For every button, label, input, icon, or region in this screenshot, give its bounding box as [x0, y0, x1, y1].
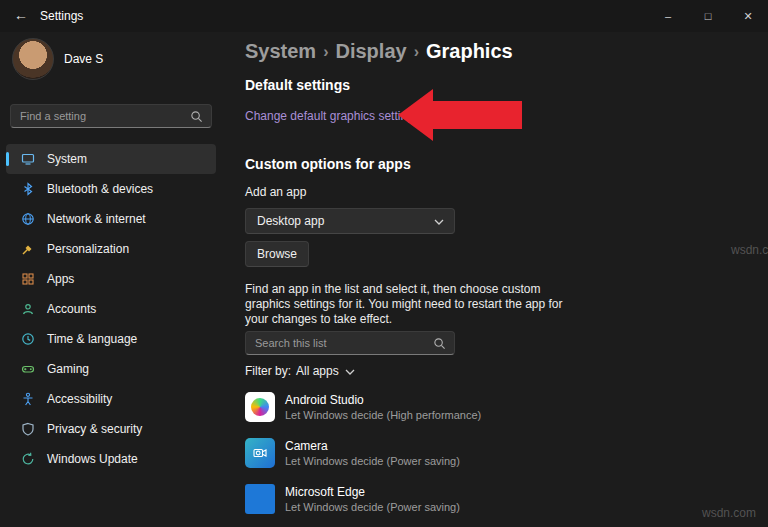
default-settings-heading: Default settings [245, 77, 350, 93]
sidebar-item-gaming[interactable]: Gaming [6, 354, 216, 384]
add-an-app-label: Add an app [245, 185, 306, 199]
minimize-button[interactable]: – [648, 0, 688, 32]
camera-icon [245, 438, 275, 468]
android-studio-icon [245, 392, 275, 422]
sidebar-item-label: Apps [47, 272, 74, 286]
sidebar: Dave S System Bluetooth & devices [0, 32, 232, 527]
sidebar-item-label: Accessibility [47, 392, 112, 406]
browse-button[interactable]: Browse [245, 241, 309, 267]
app-status: Let Windows decide (Power saving) [285, 455, 460, 467]
system-icon [20, 152, 35, 166]
sidebar-item-windows-update[interactable]: Windows Update [6, 444, 216, 474]
app-type-dropdown[interactable]: Desktop app [245, 208, 455, 234]
app-title: Settings [40, 9, 83, 23]
selection-pill [6, 152, 9, 166]
close-button[interactable]: ✕ [728, 0, 768, 32]
sidebar-item-label: Windows Update [47, 452, 138, 466]
window-controls: – □ ✕ [648, 0, 768, 32]
avatar[interactable] [12, 38, 54, 80]
app-row-camera[interactable]: Camera Let Windows decide (Power saving) [245, 438, 481, 468]
sidebar-item-apps[interactable]: Apps [6, 264, 216, 294]
breadcrumb-graphics: Graphics [426, 40, 513, 62]
sidebar-item-time-language[interactable]: Time & language [6, 324, 216, 354]
sidebar-item-accessibility[interactable]: Accessibility [6, 384, 216, 414]
breadcrumb-system[interactable]: System [245, 40, 316, 62]
app-row-microsoft-edge[interactable]: Microsoft Edge Let Windows decide (Power… [245, 484, 481, 514]
time-language-icon [20, 332, 35, 346]
privacy-icon [20, 422, 35, 436]
windows-update-icon [20, 452, 35, 466]
app-type-value: Desktop app [257, 214, 324, 228]
microsoft-edge-icon [245, 484, 275, 514]
filter-dropdown[interactable]: All apps [296, 364, 355, 378]
list-search-input[interactable] [246, 337, 433, 349]
network-icon [20, 212, 35, 226]
sidebar-item-label: Accounts [47, 302, 96, 316]
sidebar-item-system[interactable]: System [6, 144, 216, 174]
sidebar-item-privacy-security[interactable]: Privacy & security [6, 414, 216, 444]
sidebar-nav: System Bluetooth & devices Network & int… [6, 144, 216, 474]
app-name: Camera [285, 439, 460, 453]
app-name: Android Studio [285, 393, 481, 407]
sidebar-item-label: System [47, 152, 87, 166]
sidebar-item-personalization[interactable]: Personalization [6, 234, 216, 264]
filter-value: All apps [296, 364, 339, 378]
annotation-arrow [398, 89, 433, 141]
settings-window: ← Settings – □ ✕ Dave S System [0, 0, 768, 527]
search-icon [433, 337, 446, 350]
sidebar-item-label: Gaming [47, 362, 89, 376]
apps-icon [20, 272, 35, 286]
maximize-button[interactable]: □ [688, 0, 728, 32]
app-row-android-studio[interactable]: Android Studio Let Windows decide (High … [245, 392, 481, 422]
filter-by-label: Filter by: [245, 364, 291, 378]
breadcrumb: System›Display›Graphics [245, 40, 513, 63]
list-search[interactable] [245, 331, 455, 355]
app-list: Android Studio Let Windows decide (High … [245, 392, 481, 514]
sidebar-item-label: Personalization [47, 242, 129, 256]
accessibility-icon [20, 392, 35, 406]
accounts-icon [20, 302, 35, 316]
main-content: System›Display›Graphics Default settings… [245, 32, 768, 527]
sidebar-item-label: Time & language [47, 332, 137, 346]
chevron-down-icon [434, 214, 444, 228]
breadcrumb-separator: › [316, 43, 335, 60]
personalization-icon [20, 242, 35, 256]
custom-graphics-description: Find an app in the list and select it, t… [245, 282, 577, 327]
sidebar-item-label: Network & internet [47, 212, 146, 226]
search-icon [190, 110, 203, 123]
sidebar-item-label: Bluetooth & devices [47, 182, 153, 196]
bluetooth-icon [20, 182, 35, 196]
sidebar-item-bluetooth-devices[interactable]: Bluetooth & devices [6, 174, 216, 204]
app-name: Microsoft Edge [285, 485, 460, 499]
app-status: Let Windows decide (High performance) [285, 409, 481, 421]
user-name: Dave S [64, 52, 103, 66]
sidebar-item-label: Privacy & security [47, 422, 142, 436]
back-button[interactable]: ← [14, 7, 28, 23]
change-default-graphics-link[interactable]: Change default graphics settings [245, 109, 420, 123]
sidebar-item-accounts[interactable]: Accounts [6, 294, 216, 324]
browse-button-label: Browse [257, 247, 297, 261]
breadcrumb-separator: › [407, 43, 426, 60]
titlebar: ← Settings – □ ✕ [0, 0, 768, 32]
custom-options-heading: Custom options for apps [245, 156, 411, 172]
app-status: Let Windows decide (Power saving) [285, 501, 460, 513]
chevron-down-icon [345, 364, 355, 378]
settings-search-input[interactable] [11, 110, 190, 122]
annotation-arrow-tail [431, 101, 522, 129]
breadcrumb-display[interactable]: Display [335, 40, 406, 62]
settings-search[interactable] [10, 104, 212, 128]
gaming-icon [20, 362, 35, 376]
sidebar-item-network-internet[interactable]: Network & internet [6, 204, 216, 234]
